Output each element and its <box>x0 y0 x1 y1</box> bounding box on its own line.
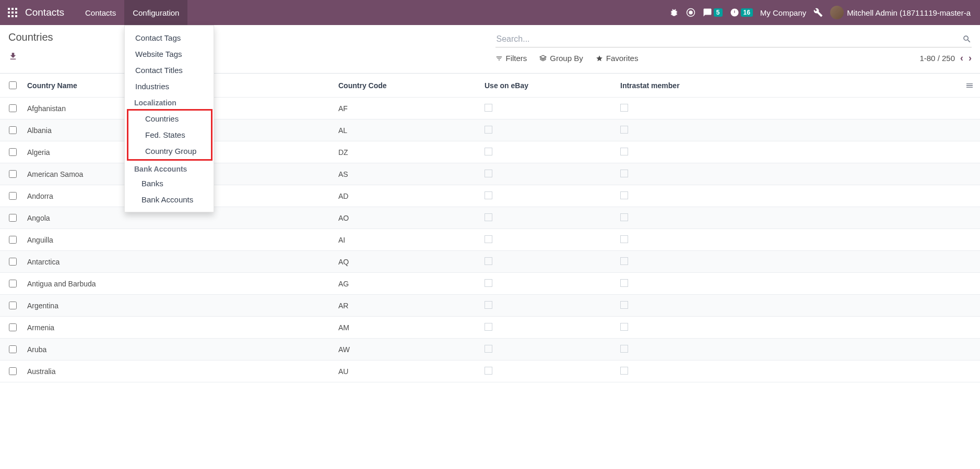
cell-use-on-ebay[interactable] <box>485 279 620 288</box>
cell-intrastat[interactable] <box>620 104 959 113</box>
cell-country-name[interactable]: Argentina <box>25 302 338 310</box>
dd-fed-states[interactable]: Fed. States <box>128 127 211 143</box>
pager-next[interactable]: › <box>969 53 972 64</box>
header-use-on-ebay[interactable]: Use on eBay <box>485 81 620 90</box>
export-button[interactable] <box>8 52 18 61</box>
cell-country-name[interactable]: Anguilla <box>25 236 338 244</box>
dd-banks[interactable]: Banks <box>125 175 214 191</box>
cell-intrastat[interactable] <box>620 191 959 201</box>
cell-country-name[interactable]: Armenia <box>25 323 338 332</box>
filters-button[interactable]: Filters <box>495 54 527 63</box>
pager-prev[interactable]: ‹ <box>960 53 963 64</box>
cell-country-code[interactable]: AF <box>338 104 485 113</box>
nav-menu-contacts[interactable]: Contacts <box>77 0 124 25</box>
cell-intrastat[interactable] <box>620 367 959 376</box>
cell-use-on-ebay[interactable] <box>485 191 620 201</box>
row-checkbox[interactable] <box>9 323 17 331</box>
table-row[interactable]: ArubaAW <box>0 339 980 360</box>
cell-country-name[interactable]: Antigua and Barbuda <box>25 280 338 288</box>
cell-use-on-ebay[interactable] <box>485 301 620 310</box>
cell-use-on-ebay[interactable] <box>485 148 620 157</box>
table-row[interactable]: AnguillaAI <box>0 229 980 251</box>
cell-country-code[interactable]: AO <box>338 214 485 222</box>
cell-country-name[interactable]: Antarctica <box>25 258 338 266</box>
dd-countries[interactable]: Countries <box>128 111 211 127</box>
support-icon[interactable] <box>686 8 695 17</box>
cell-country-code[interactable]: AQ <box>338 258 485 266</box>
cell-country-code[interactable]: AD <box>338 192 485 200</box>
header-country-code[interactable]: Country Code <box>338 81 485 90</box>
cell-intrastat[interactable] <box>620 126 959 135</box>
cell-intrastat[interactable] <box>620 170 959 179</box>
dd-website-tags[interactable]: Website Tags <box>125 46 214 62</box>
row-checkbox[interactable] <box>9 258 17 266</box>
row-checkbox[interactable] <box>9 148 17 156</box>
row-checkbox[interactable] <box>9 214 17 222</box>
row-checkbox[interactable] <box>9 104 17 112</box>
cell-use-on-ebay[interactable] <box>485 323 620 332</box>
cell-intrastat[interactable] <box>620 345 959 354</box>
header-intrastat[interactable]: Intrastat member <box>620 81 959 90</box>
cell-use-on-ebay[interactable] <box>485 126 620 135</box>
dd-country-group[interactable]: Country Group <box>128 143 211 159</box>
cell-country-name[interactable]: Aruba <box>25 345 338 354</box>
columns-menu-icon[interactable] <box>959 81 980 90</box>
user-menu[interactable]: Mitchell Admin (18711119-master-a <box>830 6 971 19</box>
cell-country-code[interactable]: DZ <box>338 148 485 157</box>
cell-intrastat[interactable] <box>620 279 959 288</box>
cell-use-on-ebay[interactable] <box>485 170 620 179</box>
apps-icon[interactable] <box>5 5 20 20</box>
table-row[interactable]: AntarcticaAQ <box>0 251 980 273</box>
nav-menu-configuration[interactable]: Configuration <box>124 0 187 25</box>
cell-intrastat[interactable] <box>620 257 959 267</box>
search-icon[interactable] <box>962 34 972 44</box>
dd-bank-accounts[interactable]: Bank Accounts <box>125 191 214 208</box>
cell-intrastat[interactable] <box>620 213 959 223</box>
cell-country-code[interactable]: AU <box>338 367 485 376</box>
group-by-button[interactable]: Group By <box>539 54 583 63</box>
pager-text[interactable]: 1-80 / 250 <box>919 54 955 63</box>
cell-country-name[interactable]: Angola <box>25 214 338 222</box>
cell-intrastat[interactable] <box>620 235 959 245</box>
cell-country-code[interactable]: AI <box>338 236 485 244</box>
row-checkbox[interactable] <box>9 126 17 134</box>
row-checkbox[interactable] <box>9 192 17 200</box>
table-row[interactable]: Antigua and BarbudaAG <box>0 273 980 295</box>
favorites-button[interactable]: Favorites <box>596 54 639 63</box>
cell-use-on-ebay[interactable] <box>485 367 620 376</box>
table-row[interactable]: ArgentinaAR <box>0 295 980 317</box>
row-checkbox[interactable] <box>9 170 17 178</box>
row-checkbox[interactable] <box>9 236 17 244</box>
dd-industries[interactable]: Industries <box>125 78 214 94</box>
cell-use-on-ebay[interactable] <box>485 235 620 245</box>
select-all-checkbox[interactable] <box>9 81 17 89</box>
tools-icon[interactable] <box>813 8 823 17</box>
brand-title[interactable]: Contacts <box>25 7 64 18</box>
cell-use-on-ebay[interactable] <box>485 345 620 354</box>
cell-intrastat[interactable] <box>620 301 959 310</box>
company-switcher[interactable]: My Company <box>760 8 806 17</box>
row-checkbox[interactable] <box>9 302 17 309</box>
cell-country-name[interactable]: Australia <box>25 367 338 376</box>
cell-country-code[interactable]: AW <box>338 345 485 354</box>
dd-contact-titles[interactable]: Contact Titles <box>125 62 214 78</box>
cell-country-code[interactable]: AR <box>338 302 485 310</box>
activities-icon[interactable]: 16 <box>730 8 753 17</box>
cell-country-code[interactable]: AM <box>338 323 485 332</box>
dd-contact-tags[interactable]: Contact Tags <box>125 30 214 46</box>
cell-country-code[interactable]: AL <box>338 126 485 135</box>
cell-use-on-ebay[interactable] <box>485 213 620 223</box>
bug-icon[interactable] <box>669 8 679 17</box>
cell-use-on-ebay[interactable] <box>485 104 620 113</box>
table-row[interactable]: AustraliaAU <box>0 360 980 382</box>
messages-icon[interactable]: 5 <box>703 8 723 17</box>
cell-country-code[interactable]: AS <box>338 170 485 178</box>
cell-use-on-ebay[interactable] <box>485 257 620 267</box>
row-checkbox[interactable] <box>9 280 17 287</box>
search-input[interactable] <box>495 31 963 47</box>
row-checkbox[interactable] <box>9 367 17 375</box>
cell-intrastat[interactable] <box>620 323 959 332</box>
cell-country-code[interactable]: AG <box>338 280 485 288</box>
row-checkbox[interactable] <box>9 345 17 353</box>
table-row[interactable]: ArmeniaAM <box>0 317 980 339</box>
